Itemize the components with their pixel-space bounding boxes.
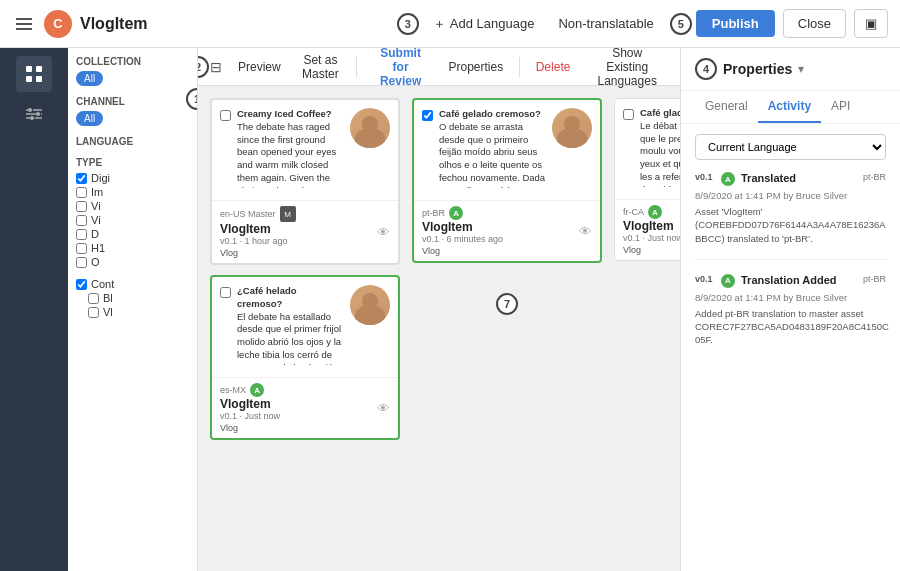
card-pt-br-checkbox[interactable]	[422, 110, 433, 121]
set-as-master-button[interactable]: Set as Master	[297, 51, 344, 83]
activity-1-version-row: v0.1 A Translated pt-BR	[695, 172, 886, 186]
sidebar-icon-filter[interactable]	[16, 96, 52, 132]
activity-1-lang: pt-BR	[863, 172, 886, 182]
non-translatable-button[interactable]: Non-translatable	[550, 12, 661, 35]
filter-type-im-checkbox[interactable]	[76, 187, 87, 198]
card-en-us-body: Creamy Iced Coffee? The debate has raged…	[212, 100, 398, 200]
filter-type-vi1-checkbox[interactable]	[76, 201, 87, 212]
card-en-us-checkbox[interactable]	[220, 110, 231, 121]
properties-dropdown-arrow[interactable]: ▾	[798, 62, 804, 76]
right-panel-title: Properties	[723, 61, 792, 77]
filter-collection-all[interactable]: All	[76, 71, 103, 86]
activity-2-badge: A	[721, 274, 735, 288]
delete-button[interactable]: Delete	[532, 58, 575, 76]
annotation-7: 7	[496, 293, 518, 315]
language-dropdown[interactable]: Current Language All Languages en-US pt-…	[695, 134, 886, 160]
filter-collection-label: Collection	[76, 56, 189, 67]
card-en-us[interactable]: Creamy Iced Coffee? The debate has raged…	[210, 98, 400, 265]
activity-1-desc: Asset 'VlogItem' (COREBFDD07D76F6144A3A4…	[695, 205, 886, 245]
card-pt-br[interactable]: Café gelado cremoso? O debate se arrasta…	[412, 98, 602, 263]
card-en-us-header: Creamy Iced Coffee? The debate has raged…	[220, 108, 390, 188]
filter-type-h1-checkbox[interactable]	[76, 243, 87, 254]
filter-cont-bl: Bl	[76, 292, 189, 304]
filter-cont-vl-checkbox[interactable]	[88, 307, 99, 318]
activity-2-title: Translation Added	[741, 274, 857, 286]
card-es-mx-image	[350, 285, 390, 325]
card-pt-br-body: Café gelado cremoso? O debate se arrasta…	[414, 100, 600, 200]
card-fr-ca-lang: fr-CA	[623, 207, 644, 217]
card-en-us-text: Creamy Iced Coffee? The debate has raged…	[237, 108, 344, 188]
right-panel-tabs: General Activity API	[681, 91, 900, 124]
filter-type-h1: H1	[76, 242, 189, 254]
card-es-mx-header: ¿Café helado cremoso? El debate ha estal…	[220, 285, 390, 365]
tab-general[interactable]: General	[695, 91, 758, 123]
toolbar: 2 ⊟ Preview Set as Master Submit for Rev…	[198, 48, 680, 86]
filter-type-im: Im	[76, 186, 189, 198]
filter-cont-bl-checkbox[interactable]	[88, 293, 99, 304]
svg-rect-1	[36, 66, 42, 72]
add-language-button[interactable]: ＋ Add Language	[425, 11, 543, 37]
card-en-us-badge: M	[280, 206, 296, 222]
sidebar-icon-apps[interactable]	[16, 56, 52, 92]
card-es-mx-lang: es-MX	[220, 385, 246, 395]
properties-button[interactable]: Properties	[444, 58, 507, 76]
main-layout: 1 Collection All Channel All Language Ty…	[0, 48, 900, 571]
filter-type-vi1: Vi	[76, 200, 189, 212]
filter-type-digi-checkbox[interactable]	[76, 173, 87, 184]
publish-button[interactable]: Publish	[696, 10, 775, 37]
card-es-mx-meta: es-MX A VlogItem v0.1 · Just now Vlog	[220, 383, 280, 433]
svg-point-7	[36, 112, 40, 116]
svg-rect-2	[26, 76, 32, 82]
card-pt-br-tag: Vlog	[422, 246, 503, 256]
filter-channel: Channel All	[76, 96, 189, 126]
filter-type-o-checkbox[interactable]	[76, 257, 87, 268]
card-es-mx-tag: Vlog	[220, 423, 280, 433]
hamburger-menu[interactable]	[12, 14, 36, 34]
layout-button[interactable]: ▣	[854, 9, 888, 38]
activity-1-meta: 8/9/2020 at 1:41 PM by Bruce Silver	[695, 190, 886, 201]
toolbar-divider-1	[356, 57, 357, 77]
activity-item-2: v0.1 A Translation Added pt-BR 8/9/2020 …	[695, 274, 886, 361]
tab-activity[interactable]: Activity	[758, 91, 821, 123]
card-fr-ca[interactable]: Café glacé crémeux? Le débat fait rage d…	[614, 98, 680, 261]
svg-rect-3	[36, 76, 42, 82]
card-es-mx[interactable]: ¿Café helado cremoso? El debate ha estal…	[210, 275, 400, 440]
activity-1-version: v0.1	[695, 172, 715, 182]
top-bar: C VlogItem 3 ＋ Add Language Non-translat…	[0, 0, 900, 48]
toolbar-collapse-icon[interactable]: ⊟	[210, 59, 222, 75]
card-es-mx-badge: A	[250, 383, 264, 397]
show-existing-button[interactable]: Show Existing Languages	[586, 48, 668, 90]
cards-column-3: 6 Café glacé crémeux? Le débat fait rage…	[614, 98, 680, 261]
card-es-mx-version: v0.1 · Just now	[220, 411, 280, 421]
card-pt-br-eye-icon[interactable]: 👁	[579, 224, 592, 239]
card-fr-ca-footer: fr-CA A VlogItem v0.1 · Just now Vlog 👁	[615, 199, 680, 260]
annotation-7-container: 7	[412, 293, 602, 315]
activity-2-version-row: v0.1 A Translation Added pt-BR	[695, 274, 886, 288]
tab-api[interactable]: API	[821, 91, 860, 123]
card-es-mx-eye-icon[interactable]: 👁	[377, 401, 390, 416]
card-en-us-image	[350, 108, 390, 148]
card-fr-ca-meta: fr-CA A VlogItem v0.1 · Just now Vlog	[623, 205, 680, 255]
submit-review-button[interactable]: Submit for Review	[369, 48, 433, 90]
activity-1-badge: A	[721, 172, 735, 186]
card-es-mx-body: ¿Café helado cremoso? El debate ha estal…	[212, 277, 398, 377]
cards-column-2: Café gelado cremoso? O debate se arrasta…	[412, 98, 602, 315]
activity-2-version: v0.1	[695, 274, 715, 284]
layout-icon: ▣	[865, 16, 877, 31]
annotation-2: 2	[198, 56, 209, 78]
filter-channel-all[interactable]: All	[76, 111, 103, 126]
card-en-us-eye-icon[interactable]: 👁	[377, 225, 390, 240]
card-fr-ca-checkbox[interactable]	[623, 109, 634, 120]
close-button[interactable]: Close	[783, 9, 846, 38]
card-es-mx-checkbox[interactable]	[220, 287, 231, 298]
card-fr-ca-title: VlogItem	[623, 219, 680, 233]
card-pt-br-title: VlogItem	[422, 220, 503, 234]
right-panel-header: 4 Properties ▾	[681, 48, 900, 91]
filter-cont-checkbox[interactable]	[76, 279, 87, 290]
preview-button[interactable]: Preview	[234, 58, 285, 76]
filter-type-vi2-checkbox[interactable]	[76, 215, 87, 226]
filter-panel: 1 Collection All Channel All Language Ty…	[68, 48, 198, 571]
filter-type-digi: Digi	[76, 172, 189, 184]
filter-type-d-checkbox[interactable]	[76, 229, 87, 240]
activity-2-desc: Added pt-BR translation to master asset …	[695, 307, 886, 347]
